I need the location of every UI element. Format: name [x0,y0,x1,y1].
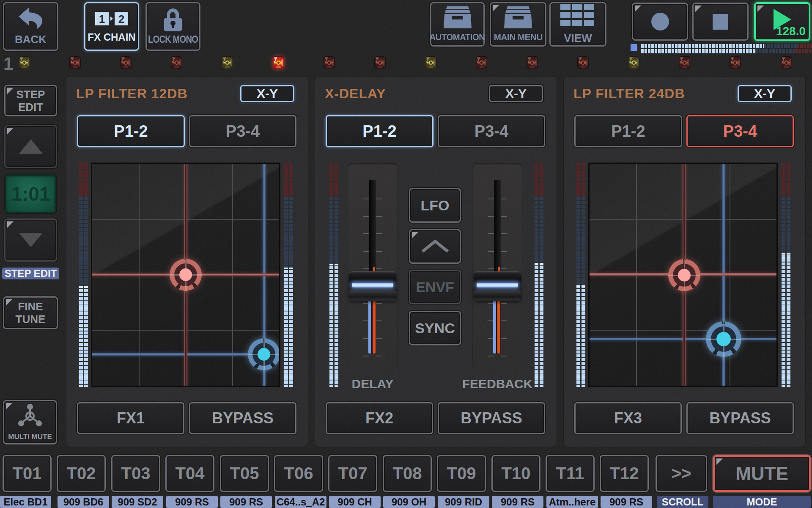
svg-text:2: 2 [118,13,124,25]
svg-text:1: 1 [99,13,105,25]
